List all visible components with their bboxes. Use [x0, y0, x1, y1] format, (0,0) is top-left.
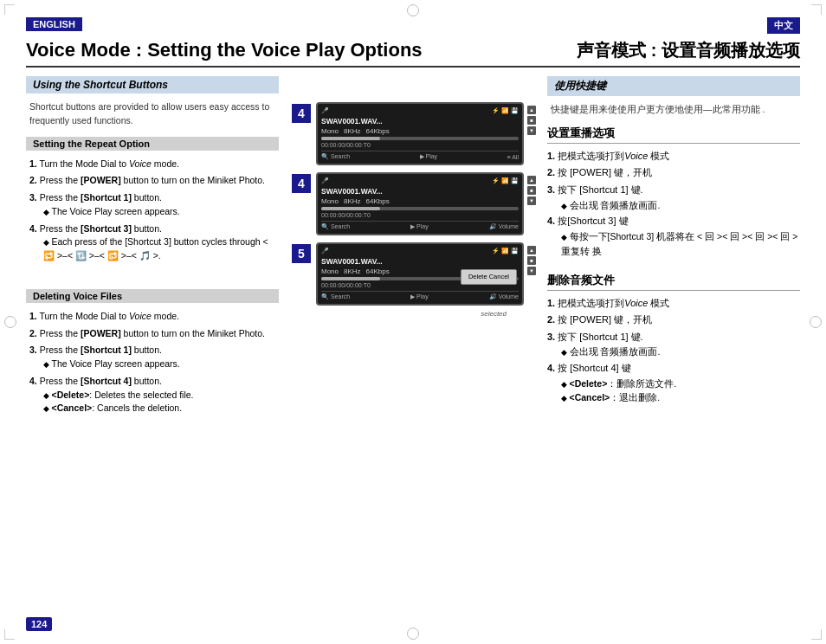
step-num: 1. — [29, 158, 37, 169]
repeat-step-1-en: 1. Turn the Mode Dial to Voice mode. — [29, 158, 275, 171]
device-2-mic-icon: 🎤 — [321, 177, 329, 184]
device-1-play: ▶ Play — [420, 153, 438, 160]
step-text: Press the [Shortcut 3] button. — [40, 223, 162, 234]
device-1-battery: ⚡ — [492, 107, 500, 114]
device-3-mono: Mono — [321, 267, 339, 275]
device-1-progress — [321, 137, 519, 140]
step-num: 4. — [29, 376, 37, 386]
device-3-sd: 💾 — [511, 248, 519, 254]
device-2-volume: 🔊 Volume — [489, 223, 519, 230]
device-3-side-down: ▼ — [527, 267, 536, 275]
right-half-chinese: 使用快捷键 快捷键是用来使使用户更方便地使用—此常用功能 . 设置重播选项 1.… — [547, 76, 800, 424]
device-2-progress-fill — [321, 207, 380, 210]
crop-mark-br — [811, 629, 822, 640]
device-2-side-up: ▲ — [527, 176, 536, 184]
step-num: 4. — [29, 223, 37, 234]
device-3-screen: 🎤 ⚡ 📶 💾 SWAV0001.WAV... Mono 8KHz 64Kbp — [316, 242, 524, 306]
cn-delete-step-3-sub: 会出现 音频播放画面. — [547, 345, 800, 359]
title-row: Voice Mode : Setting the Voice Play Opti… — [26, 39, 800, 68]
device-2-filename: SWAV0001.WAV... — [321, 187, 519, 196]
repeat-step-3-en: 3. Press the [Shortcut 1] button. The Vo… — [29, 191, 275, 219]
cn-repeat-step-1: 1. 把模式选项打到Voice 模式 — [547, 149, 800, 164]
device-3-freq: 8KHz — [344, 267, 361, 275]
english-badge: ENGLISH — [26, 17, 82, 31]
shortcut-intro-en: Shortcut buttons are provided to allow u… — [26, 100, 279, 128]
cn-step-text: 按[Shortcut 3] 键 — [558, 216, 628, 226]
device-2-play: ▶ Play — [410, 223, 429, 230]
device-3-top-icons: ⚡ 📶 💾 — [492, 248, 519, 254]
device-1-side-stop: ■ — [527, 116, 536, 125]
cn-step-num: 2. — [547, 167, 555, 177]
devices-column: 4 🎤 ⚡ 📶 💾 SWAV0001.WAV... — [292, 76, 534, 424]
selected-label: selected — [481, 310, 507, 318]
cn-repeat-step-2: 2. 按 [POWER] 键，开机 — [547, 165, 800, 181]
reg-mark-top — [407, 4, 419, 16]
device-1-bottombar: 🔍 Search ▶ Play ≡ All — [321, 151, 519, 160]
device-3-step-badge: 5 — [292, 244, 311, 263]
device-1-wrapper: 🎤 ⚡ 📶 💾 SWAV0001.WAV... Mono 8KHz 64Kbp — [316, 102, 524, 165]
cn-delete-step-3: 3. 按下 [Shortcut 1] 键. 会出现 音频播放画面. — [547, 330, 800, 359]
device-3-search: 🔍 Search — [321, 293, 350, 300]
device-3-wrapper: 🎤 ⚡ 📶 💾 SWAV0001.WAV... Mono 8KHz 64Kbp — [316, 242, 524, 306]
device-2-side-icons: ▲ ■ ▼ — [527, 176, 536, 205]
delete-option: Delete Cancel — [468, 272, 509, 282]
left-half-english: Using the Shortcut Buttons Shortcut butt… — [26, 76, 279, 424]
title-cn: 声音模式 : 设置音频播放选项 — [577, 39, 800, 62]
cn-step-text: 按 [POWER] 键，开机 — [558, 167, 652, 177]
crop-mark-tl — [4, 4, 15, 15]
device-1-bitrate: 64Kbps — [366, 127, 390, 135]
delete-cancel-popup: Delete Cancel — [461, 269, 517, 285]
step-text: Press the [POWER] button to turn on the … — [40, 175, 265, 185]
device-2-step-badge: 4 — [292, 174, 311, 193]
delete-step-2-en: 2. Press the [POWER] button to turn on t… — [29, 327, 275, 341]
reg-mark-right — [810, 316, 822, 328]
cn-step-text: 按下 [Shortcut 1] 键. — [558, 332, 642, 342]
device-1-side-icons: ▲ ■ ▼ — [527, 106, 536, 135]
chinese-badge: 中文 — [767, 17, 800, 34]
device-2-topbar: 🎤 ⚡ 📶 💾 — [321, 177, 519, 184]
device-2-wrapper: 🎤 ⚡ 📶 💾 SWAV0001.WAV... Mono 8KHz 64Kbp — [316, 172, 524, 235]
device-2-bottombar: 🔍 Search ▶ Play 🔊 Volume — [321, 221, 519, 230]
device-1-freq: 8KHz — [344, 127, 361, 135]
device-2-bitrate: 64Kbps — [366, 197, 390, 205]
cn-step-num: 1. — [547, 151, 555, 161]
repeat-step-4-en: 4. Press the [Shortcut 3] button. Each p… — [29, 222, 275, 263]
cn-step-text: 把模式选项打到Voice 模式 — [558, 151, 669, 161]
device-3-row: 5 🎤 ⚡ 📶 💾 SWAV0001.WAV... — [292, 242, 534, 306]
repeat-step-2-en: 2. Press the [POWER] button to turn on t… — [29, 174, 275, 188]
device-2-audio-info: Mono 8KHz 64Kbps — [321, 197, 519, 205]
step-4-sub-en: Each press of the [Shortcut 3] button cy… — [29, 235, 275, 263]
main-content: Using the Shortcut Buttons Shortcut butt… — [26, 76, 800, 424]
step-text: Press the [Shortcut 1] button. — [40, 345, 162, 355]
device-3-battery: ⚡ — [492, 248, 500, 254]
cn-step-text: 按 [POWER] 键，开机 — [558, 314, 652, 325]
section-delete-header-cn: 删除音频文件 — [547, 273, 800, 291]
cn-delete-step-4: 4. 按 [Shortcut 4] 键 <Delete>：删除所选文件. <Ca… — [547, 361, 800, 405]
cn-step-num: 2. — [547, 314, 555, 325]
cn-step-text: 按 [Shortcut 4] 键 — [558, 363, 630, 373]
device-3-side-icons: ▲ ■ ▼ — [527, 246, 536, 275]
device-2-mono: Mono — [321, 197, 339, 205]
device-3-volume: 🔊 Volume — [489, 293, 519, 300]
section-repeat-header-en: Setting the Repeat Option — [26, 137, 279, 151]
device-3-progress-fill — [321, 277, 380, 280]
step-num: 1. — [29, 311, 37, 321]
device-2-sd: 💾 — [511, 177, 519, 184]
cn-step-num: 3. — [547, 332, 555, 342]
device-1-progress-fill — [321, 137, 380, 140]
device-1-mic-icon: 🎤 — [321, 107, 329, 114]
device-2-row: 4 🎤 ⚡ 📶 💾 SWAV0001.WAV... — [292, 172, 534, 235]
device-1-mono: Mono — [321, 127, 339, 135]
cn-step-num: 1. — [547, 298, 555, 308]
device-1-side-up: ▲ — [527, 106, 536, 114]
device-2-progress — [321, 207, 519, 210]
cn-repeat-step-4: 4. 按[Shortcut 3] 键 每按一下[Shortcut 3] 机器将在… — [547, 214, 800, 258]
step-text: Press the [POWER] button to turn on the … — [40, 328, 265, 338]
device-3-bitrate: 64Kbps — [366, 267, 390, 275]
device-1-top-icons: ⚡ 📶 💾 — [492, 107, 519, 114]
section-repeat-header-cn: 设置重播选项 — [547, 126, 800, 144]
device-1-audio-info: Mono 8KHz 64Kbps — [321, 127, 519, 135]
device-2-side-down: ▼ — [527, 196, 536, 205]
section-delete-header-en: Deleting Voice Files — [26, 289, 279, 303]
device-1-step-badge: 4 — [292, 104, 311, 123]
